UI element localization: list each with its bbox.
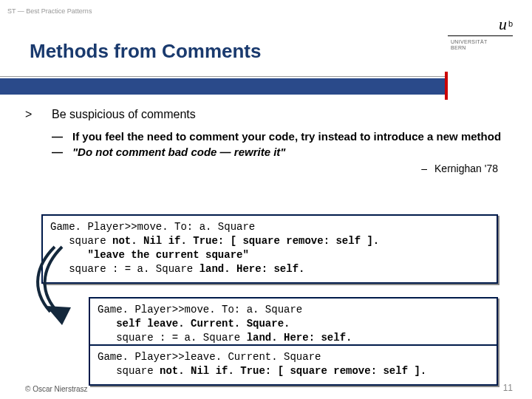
slide-title: Methods from Comments <box>30 40 261 63</box>
sub-text: If you feel the need to comment your cod… <box>72 130 513 144</box>
logo-redbar <box>445 72 448 100</box>
code-line: Game. Player>>move. To: a. Square <box>50 221 255 233</box>
logo-b-char: b <box>508 19 513 28</box>
arrow-icon <box>28 245 92 327</box>
logo-underline <box>448 35 513 36</box>
bullet-main: > Be suspicious of comments <box>25 108 513 121</box>
logo-u-char: u <box>499 15 507 34</box>
code-line: Game. Player>>leave. Current. Square <box>98 351 321 363</box>
sub-text-italic: "Do not comment bad code — rewrite it" <box>72 146 513 160</box>
code-block-3: Game. Player>>leave. Current. Square squ… <box>89 344 498 386</box>
sub-bullet-2: — "Do not comment bad code — rewrite it" <box>52 146 513 160</box>
code-bold: land. Here: self. <box>247 332 352 344</box>
bullet-mark: > <box>25 108 52 121</box>
code-line: square : = a. Square <box>98 332 247 344</box>
attrib-text: Kernighan '78 <box>434 163 498 174</box>
bullet-text: Be suspicious of comments <box>52 108 513 121</box>
attribution: –Kernighan '78 <box>25 163 498 174</box>
code-line <box>98 318 116 330</box>
sub-mark: — <box>52 130 72 144</box>
code-bold: not. Nil if. True: [ square remove: self… <box>160 365 426 377</box>
sub-bullet-1: — If you feel the need to comment your c… <box>52 130 513 144</box>
footer-copyright: © Oscar Nierstrasz <box>25 385 88 393</box>
code-block-1: Game. Player>>move. To: a. Square square… <box>41 214 498 284</box>
logo-line1: UNIVERSITÄT <box>448 39 513 45</box>
title-underline <box>0 78 448 95</box>
code-bold: self leave. Current. Square. <box>116 318 290 330</box>
code-line: Game. Player>>move. To: a. Square <box>98 304 302 316</box>
content-area: > Be suspicious of comments — If you fee… <box>25 108 513 174</box>
footer-page: 11 <box>503 383 513 393</box>
university-logo: u b UNIVERSITÄT BERN <box>448 15 513 50</box>
code-line: square <box>98 365 160 377</box>
attrib-dash: – <box>421 163 427 174</box>
sub-mark: — <box>52 146 72 160</box>
code-bold: not. Nil if. True: [ square remove: self… <box>112 235 379 247</box>
code-bold: land. Here: self. <box>200 263 305 275</box>
logo-line2: BERN <box>448 45 513 50</box>
header-label: ST — Best Practice Patterns <box>7 7 92 15</box>
title-thinline <box>0 76 448 77</box>
svg-marker-0 <box>46 306 71 325</box>
